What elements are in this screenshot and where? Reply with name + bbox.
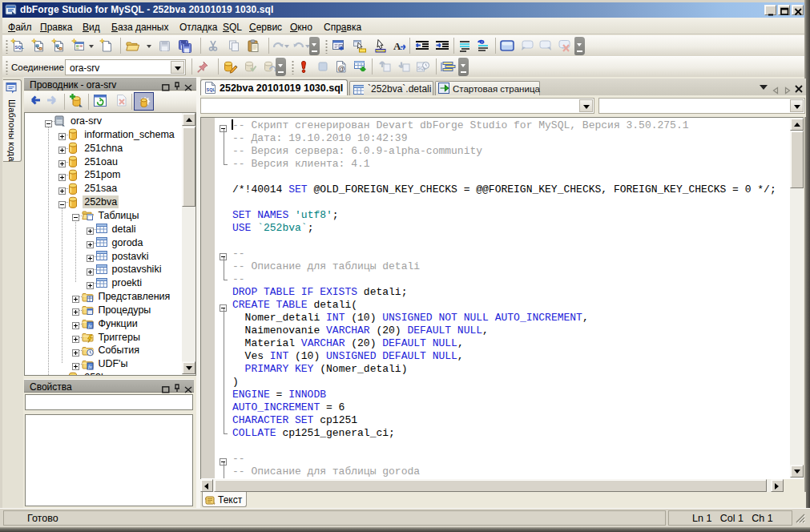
svg-text:SQL: SQL	[207, 87, 216, 92]
svg-text:@: @	[338, 65, 345, 73]
svg-text:fx: fx	[88, 363, 92, 369]
svg-text:A: A	[393, 40, 401, 52]
svg-text:SQL: SQL	[15, 45, 25, 50]
svg-text:fx: fx	[88, 323, 92, 328]
